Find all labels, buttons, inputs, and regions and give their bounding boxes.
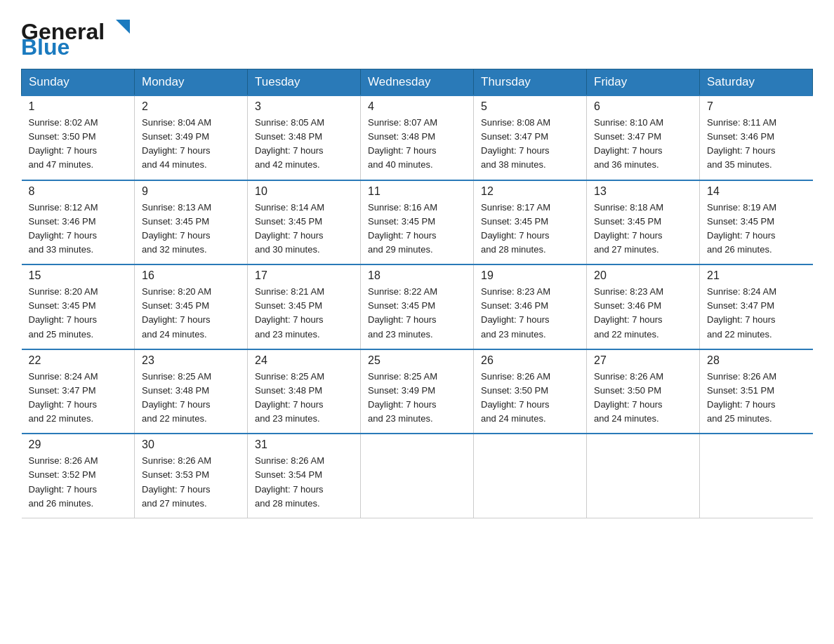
calendar-cell: 28 Sunrise: 8:26 AM Sunset: 3:51 PM Dayl… [700, 349, 813, 434]
page-header: General Blue [21, 14, 813, 58]
calendar-cell: 25 Sunrise: 8:25 AM Sunset: 3:49 PM Dayl… [361, 349, 474, 434]
logo: General Blue [21, 14, 133, 58]
day-number: 8 [29, 185, 128, 198]
day-number: 31 [255, 438, 353, 451]
day-info: Sunrise: 8:24 AM Sunset: 3:47 PM Dayligh… [29, 370, 128, 427]
day-number: 30 [142, 438, 240, 451]
calendar-cell: 15 Sunrise: 8:20 AM Sunset: 3:45 PM Dayl… [22, 264, 135, 349]
day-info: Sunrise: 8:26 AM Sunset: 3:50 PM Dayligh… [594, 370, 692, 427]
day-info: Sunrise: 8:23 AM Sunset: 3:46 PM Dayligh… [481, 285, 579, 342]
day-number: 7 [707, 100, 806, 113]
calendar-cell [361, 434, 474, 518]
weekday-header-friday: Friday [587, 69, 700, 96]
day-number: 12 [481, 185, 579, 198]
day-info: Sunrise: 8:25 AM Sunset: 3:48 PM Dayligh… [255, 370, 353, 427]
calendar-week-5: 29 Sunrise: 8:26 AM Sunset: 3:52 PM Dayl… [22, 434, 813, 518]
day-number: 18 [368, 269, 466, 282]
calendar-cell: 26 Sunrise: 8:26 AM Sunset: 3:50 PM Dayl… [474, 349, 587, 434]
calendar-cell: 6 Sunrise: 8:10 AM Sunset: 3:47 PM Dayli… [587, 95, 700, 180]
day-number: 21 [707, 269, 806, 282]
day-number: 23 [142, 354, 240, 367]
calendar-cell: 5 Sunrise: 8:08 AM Sunset: 3:47 PM Dayli… [474, 95, 587, 180]
day-number: 4 [368, 100, 466, 113]
day-number: 27 [594, 354, 692, 367]
day-info: Sunrise: 8:08 AM Sunset: 3:47 PM Dayligh… [481, 116, 579, 173]
day-info: Sunrise: 8:26 AM Sunset: 3:51 PM Dayligh… [707, 370, 806, 427]
day-info: Sunrise: 8:26 AM Sunset: 3:54 PM Dayligh… [255, 454, 353, 511]
day-info: Sunrise: 8:12 AM Sunset: 3:46 PM Dayligh… [29, 201, 128, 257]
calendar-cell: 30 Sunrise: 8:26 AM Sunset: 3:53 PM Dayl… [135, 434, 248, 518]
calendar-cell: 21 Sunrise: 8:24 AM Sunset: 3:47 PM Dayl… [700, 264, 813, 349]
calendar-week-4: 22 Sunrise: 8:24 AM Sunset: 3:47 PM Dayl… [22, 349, 813, 434]
day-info: Sunrise: 8:11 AM Sunset: 3:46 PM Dayligh… [707, 116, 806, 173]
day-info: Sunrise: 8:10 AM Sunset: 3:47 PM Dayligh… [594, 116, 692, 173]
day-info: Sunrise: 8:07 AM Sunset: 3:48 PM Dayligh… [368, 116, 466, 173]
day-number: 2 [142, 100, 240, 113]
day-number: 17 [255, 269, 353, 282]
day-info: Sunrise: 8:26 AM Sunset: 3:50 PM Dayligh… [481, 370, 579, 427]
day-info: Sunrise: 8:20 AM Sunset: 3:45 PM Dayligh… [142, 285, 240, 342]
weekday-header-row: SundayMondayTuesdayWednesdayThursdayFrid… [22, 69, 813, 96]
svg-text:Blue: Blue [21, 34, 70, 56]
calendar-cell: 9 Sunrise: 8:13 AM Sunset: 3:45 PM Dayli… [135, 180, 248, 265]
calendar-cell [474, 434, 587, 518]
day-number: 5 [481, 100, 579, 113]
calendar-table: SundayMondayTuesdayWednesdayThursdayFrid… [21, 69, 813, 518]
calendar-cell: 18 Sunrise: 8:22 AM Sunset: 3:45 PM Dayl… [361, 264, 474, 349]
weekday-header-monday: Monday [135, 69, 248, 96]
calendar-cell: 3 Sunrise: 8:05 AM Sunset: 3:48 PM Dayli… [248, 95, 361, 180]
calendar-cell: 4 Sunrise: 8:07 AM Sunset: 3:48 PM Dayli… [361, 95, 474, 180]
calendar-cell [587, 434, 700, 518]
calendar-week-2: 8 Sunrise: 8:12 AM Sunset: 3:46 PM Dayli… [22, 180, 813, 265]
day-info: Sunrise: 8:26 AM Sunset: 3:52 PM Dayligh… [29, 454, 128, 511]
day-info: Sunrise: 8:19 AM Sunset: 3:45 PM Dayligh… [707, 201, 806, 257]
day-number: 22 [29, 354, 128, 367]
calendar-cell: 27 Sunrise: 8:26 AM Sunset: 3:50 PM Dayl… [587, 349, 700, 434]
day-number: 11 [368, 185, 466, 198]
calendar-cell: 24 Sunrise: 8:25 AM Sunset: 3:48 PM Dayl… [248, 349, 361, 434]
calendar-cell: 2 Sunrise: 8:04 AM Sunset: 3:49 PM Dayli… [135, 95, 248, 180]
weekday-header-thursday: Thursday [474, 69, 587, 96]
day-number: 10 [255, 185, 353, 198]
weekday-header-saturday: Saturday [700, 69, 813, 96]
day-info: Sunrise: 8:20 AM Sunset: 3:45 PM Dayligh… [29, 285, 128, 342]
day-info: Sunrise: 8:04 AM Sunset: 3:49 PM Dayligh… [142, 116, 240, 173]
day-info: Sunrise: 8:24 AM Sunset: 3:47 PM Dayligh… [707, 285, 806, 342]
calendar-cell: 13 Sunrise: 8:18 AM Sunset: 3:45 PM Dayl… [587, 180, 700, 265]
day-number: 20 [594, 269, 692, 282]
day-info: Sunrise: 8:26 AM Sunset: 3:53 PM Dayligh… [142, 454, 240, 511]
svg-marker-1 [116, 20, 130, 34]
logo-svg: General Blue [21, 14, 133, 56]
day-number: 25 [368, 354, 466, 367]
calendar-cell: 1 Sunrise: 8:02 AM Sunset: 3:50 PM Dayli… [22, 95, 135, 180]
day-info: Sunrise: 8:02 AM Sunset: 3:50 PM Dayligh… [29, 116, 128, 173]
day-number: 14 [707, 185, 806, 198]
day-number: 19 [481, 269, 579, 282]
day-number: 1 [29, 100, 128, 113]
calendar-cell: 17 Sunrise: 8:21 AM Sunset: 3:45 PM Dayl… [248, 264, 361, 349]
calendar-week-3: 15 Sunrise: 8:20 AM Sunset: 3:45 PM Dayl… [22, 264, 813, 349]
calendar-cell: 19 Sunrise: 8:23 AM Sunset: 3:46 PM Dayl… [474, 264, 587, 349]
day-info: Sunrise: 8:18 AM Sunset: 3:45 PM Dayligh… [594, 201, 692, 257]
calendar-cell: 11 Sunrise: 8:16 AM Sunset: 3:45 PM Dayl… [361, 180, 474, 265]
weekday-header-sunday: Sunday [22, 69, 135, 96]
day-number: 28 [707, 354, 806, 367]
day-number: 15 [29, 269, 128, 282]
calendar-cell: 22 Sunrise: 8:24 AM Sunset: 3:47 PM Dayl… [22, 349, 135, 434]
day-info: Sunrise: 8:13 AM Sunset: 3:45 PM Dayligh… [142, 201, 240, 257]
day-info: Sunrise: 8:14 AM Sunset: 3:45 PM Dayligh… [255, 201, 353, 257]
day-number: 6 [594, 100, 692, 113]
calendar-cell: 7 Sunrise: 8:11 AM Sunset: 3:46 PM Dayli… [700, 95, 813, 180]
calendar-cell: 20 Sunrise: 8:23 AM Sunset: 3:46 PM Dayl… [587, 264, 700, 349]
weekday-header-wednesday: Wednesday [361, 69, 474, 96]
day-info: Sunrise: 8:23 AM Sunset: 3:46 PM Dayligh… [594, 285, 692, 342]
calendar-cell: 12 Sunrise: 8:17 AM Sunset: 3:45 PM Dayl… [474, 180, 587, 265]
day-number: 29 [29, 438, 128, 451]
day-number: 9 [142, 185, 240, 198]
calendar-cell: 31 Sunrise: 8:26 AM Sunset: 3:54 PM Dayl… [248, 434, 361, 518]
day-info: Sunrise: 8:25 AM Sunset: 3:49 PM Dayligh… [368, 370, 466, 427]
day-number: 24 [255, 354, 353, 367]
calendar-cell: 8 Sunrise: 8:12 AM Sunset: 3:46 PM Dayli… [22, 180, 135, 265]
day-number: 16 [142, 269, 240, 282]
day-number: 13 [594, 185, 692, 198]
